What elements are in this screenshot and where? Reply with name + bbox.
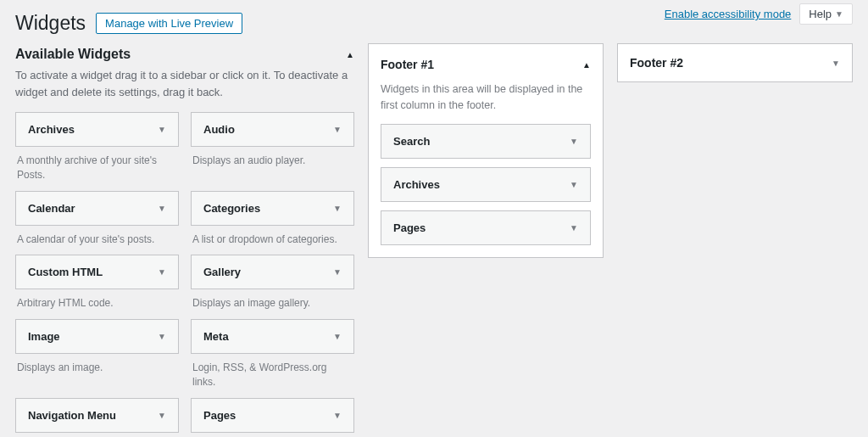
available-widgets-desc: To activate a widget drag it to a sideba… [15,67,354,112]
widget-desc: Login, RSS, & WordPress.org links. [191,354,354,389]
widget-desc: A list of your site's Pages. [191,433,354,437]
widget-desc: A monthly archive of your site's Posts. [15,147,179,182]
widget-desc: Arbitrary HTML code. [15,289,179,311]
widget-name: Search [393,135,430,148]
chevron-up-icon: ▲ [346,50,354,59]
chevron-down-icon: ▼ [570,180,578,189]
chevron-down-icon: ▼ [158,204,166,213]
help-label: Help [809,8,832,20]
widget-name: Archives [28,123,75,136]
chevron-down-icon: ▼ [570,137,578,146]
chevron-down-icon: ▼ [835,9,843,19]
widget-area-title: Footer #1 [381,58,434,71]
widget-desc: A list or dropdown of categories. [191,226,354,247]
available-widget-tile[interactable]: Archives ▼ [15,112,179,147]
widget-name: Navigation Menu [28,409,116,422]
chevron-down-icon: ▼ [333,204,342,213]
widget-desc: Add a navigation menu to your sidebar. [15,433,179,437]
widget-desc: Displays an image. [15,354,179,375]
available-widgets-heading: Available Widgets [15,47,131,62]
chevron-down-icon: ▼ [333,125,342,134]
widget-name: Calendar [28,202,75,215]
chevron-down-icon: ▼ [333,267,342,277]
widget-name: Archives [393,178,440,191]
widget-name: Audio [203,123,235,136]
widget-name: Pages [393,221,426,234]
enable-accessibility-link[interactable]: Enable accessibility mode [665,8,792,20]
widget-area-footer-2: Footer #2 ▼ [617,43,853,82]
available-widget-tile[interactable]: Categories ▼ [191,191,354,226]
page-title: Widgets [15,12,86,35]
chevron-down-icon: ▼ [158,332,166,341]
widget-name: Pages [203,409,236,422]
chevron-down-icon: ▼ [570,223,578,233]
available-widget-tile[interactable]: Meta ▼ [191,319,354,354]
widget-name: Gallery [203,266,241,278]
widget-name: Image [28,330,60,343]
widget-name: Categories [203,202,260,215]
help-button[interactable]: Help ▼ [799,3,853,25]
available-widget-tile[interactable]: Calendar ▼ [15,191,179,226]
chevron-up-icon: ▲ [582,60,591,70]
placed-widget[interactable]: Pages ▼ [381,210,591,245]
placed-widget[interactable]: Search ▼ [381,124,591,159]
manage-live-preview-button[interactable]: Manage with Live Preview [96,13,242,34]
widget-area-footer-1-toggle[interactable]: Footer #1 ▲ [381,56,591,75]
widget-name: Meta [203,330,229,343]
chevron-down-icon: ▼ [158,267,166,277]
chevron-down-icon: ▼ [832,59,840,68]
available-widget-tile[interactable]: Navigation Menu ▼ [15,398,179,433]
widget-desc: A calendar of your site's posts. [15,226,179,247]
chevron-down-icon: ▼ [333,332,342,341]
chevron-down-icon: ▼ [158,125,166,134]
available-widget-tile[interactable]: Custom HTML ▼ [15,255,179,289]
widget-area-title: Footer #2 [630,56,683,70]
chevron-down-icon: ▼ [158,411,166,420]
available-widget-tile[interactable]: Image ▼ [15,319,179,354]
available-widget-tile[interactable]: Gallery ▼ [191,255,354,289]
available-widget-tile[interactable]: Pages ▼ [191,398,354,433]
widget-desc: Displays an audio player. [191,147,354,168]
widget-desc: Displays an image gallery. [191,289,354,311]
widget-name: Custom HTML [28,266,103,278]
chevron-down-icon: ▼ [333,411,342,420]
widget-area-footer-1: Footer #1 ▲ Widgets in this area will be… [368,43,604,258]
available-widget-tile[interactable]: Audio ▼ [191,112,354,147]
widget-area-footer-2-toggle[interactable]: Footer #2 ▼ [630,56,840,70]
placed-widget[interactable]: Archives ▼ [381,167,591,202]
widget-area-desc: Widgets in this area will be displayed i… [381,75,591,124]
available-widgets-toggle[interactable]: Available Widgets ▲ [15,43,354,67]
